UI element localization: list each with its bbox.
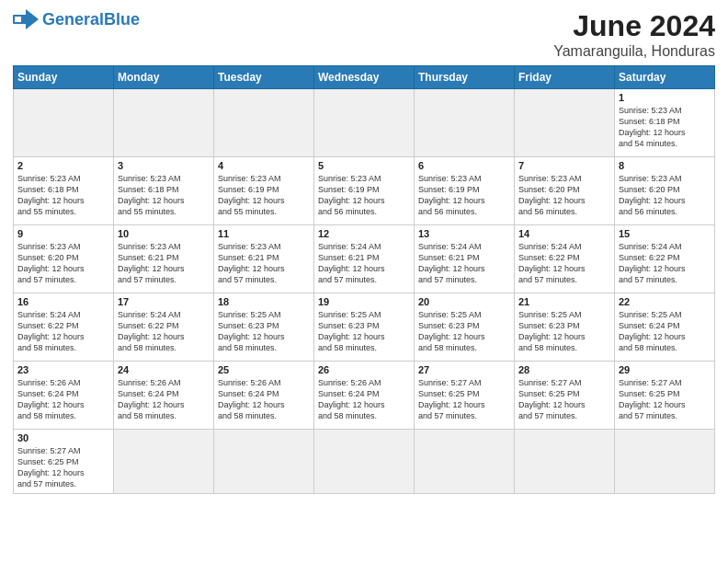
calendar-cell: 16Sunrise: 5:24 AM Sunset: 6:22 PM Dayli…: [14, 293, 114, 362]
calendar-cell: 29Sunrise: 5:27 AM Sunset: 6:25 PM Dayli…: [615, 362, 715, 430]
day-info: Sunrise: 5:25 AM Sunset: 6:23 PM Dayligh…: [318, 309, 410, 354]
day-info: Sunrise: 5:24 AM Sunset: 6:21 PM Dayligh…: [418, 241, 510, 286]
day-info: Sunrise: 5:23 AM Sunset: 6:20 PM Dayligh…: [619, 173, 711, 218]
day-info: Sunrise: 5:23 AM Sunset: 6:18 PM Dayligh…: [619, 105, 711, 150]
calendar-week-4: 23Sunrise: 5:26 AM Sunset: 6:24 PM Dayli…: [14, 362, 715, 430]
svg-marker-1: [26, 9, 39, 29]
day-info: Sunrise: 5:25 AM Sunset: 6:23 PM Dayligh…: [418, 309, 510, 354]
day-info: Sunrise: 5:24 AM Sunset: 6:22 PM Dayligh…: [619, 241, 711, 286]
calendar-cell: 13Sunrise: 5:24 AM Sunset: 6:21 PM Dayli…: [415, 225, 515, 293]
calendar-cell: [615, 430, 715, 494]
calendar-cell: 14Sunrise: 5:24 AM Sunset: 6:22 PM Dayli…: [515, 225, 615, 293]
calendar-cell: 21Sunrise: 5:25 AM Sunset: 6:23 PM Dayli…: [515, 293, 615, 362]
logo: GeneralBlue: [13, 9, 140, 29]
header: GeneralBlue June 2024 Yamaranguila, Hond…: [13, 9, 715, 60]
day-number: 26: [318, 364, 410, 375]
page-subtitle: Yamaranguila, Honduras: [553, 43, 715, 60]
calendar-cell: 12Sunrise: 5:24 AM Sunset: 6:21 PM Dayli…: [314, 225, 415, 293]
calendar-cell: 23Sunrise: 5:26 AM Sunset: 6:24 PM Dayli…: [14, 362, 114, 430]
calendar-cell: 20Sunrise: 5:25 AM Sunset: 6:23 PM Dayli…: [415, 293, 515, 362]
calendar-cell: [415, 89, 515, 157]
day-info: Sunrise: 5:26 AM Sunset: 6:24 PM Dayligh…: [118, 377, 210, 422]
day-number: 15: [619, 228, 711, 239]
day-header-friday: Friday: [515, 66, 615, 89]
calendar-cell: 6Sunrise: 5:23 AM Sunset: 6:19 PM Daylig…: [415, 157, 515, 225]
day-info: Sunrise: 5:23 AM Sunset: 6:19 PM Dayligh…: [418, 173, 510, 218]
day-info: Sunrise: 5:26 AM Sunset: 6:24 PM Dayligh…: [17, 377, 109, 422]
calendar-week-1: 2Sunrise: 5:23 AM Sunset: 6:18 PM Daylig…: [14, 157, 715, 225]
page: GeneralBlue June 2024 Yamaranguila, Hond…: [0, 0, 728, 503]
calendar-cell: [214, 89, 314, 157]
calendar-cell: 3Sunrise: 5:23 AM Sunset: 6:18 PM Daylig…: [114, 157, 214, 225]
calendar-table: SundayMondayTuesdayWednesdayThursdayFrid…: [13, 65, 715, 494]
day-info: Sunrise: 5:27 AM Sunset: 6:25 PM Dayligh…: [619, 377, 711, 422]
calendar-cell: 28Sunrise: 5:27 AM Sunset: 6:25 PM Dayli…: [515, 362, 615, 430]
calendar-cell: 30Sunrise: 5:27 AM Sunset: 6:25 PM Dayli…: [14, 430, 114, 494]
day-number: 14: [518, 228, 610, 239]
calendar-cell: 9Sunrise: 5:23 AM Sunset: 6:20 PM Daylig…: [14, 225, 114, 293]
day-number: 28: [518, 364, 610, 375]
logo-blue: Blue: [104, 10, 140, 29]
day-info: Sunrise: 5:25 AM Sunset: 6:23 PM Dayligh…: [218, 309, 310, 354]
calendar-cell: 26Sunrise: 5:26 AM Sunset: 6:24 PM Dayli…: [314, 362, 415, 430]
day-header-thursday: Thursday: [415, 66, 515, 89]
day-info: Sunrise: 5:25 AM Sunset: 6:23 PM Dayligh…: [518, 309, 610, 354]
day-info: Sunrise: 5:26 AM Sunset: 6:24 PM Dayligh…: [318, 377, 410, 422]
day-number: 17: [118, 296, 210, 307]
day-number: 3: [118, 160, 210, 171]
day-info: Sunrise: 5:27 AM Sunset: 6:25 PM Dayligh…: [17, 445, 109, 490]
calendar-cell: 19Sunrise: 5:25 AM Sunset: 6:23 PM Dayli…: [314, 293, 415, 362]
day-header-monday: Monday: [114, 66, 214, 89]
day-number: 29: [619, 364, 711, 375]
day-number: 1: [619, 92, 711, 103]
logo-text: GeneralBlue: [42, 10, 140, 29]
day-info: Sunrise: 5:25 AM Sunset: 6:24 PM Dayligh…: [619, 309, 711, 354]
calendar-cell: [515, 430, 615, 494]
day-info: Sunrise: 5:26 AM Sunset: 6:24 PM Dayligh…: [218, 377, 310, 422]
calendar-cell: [314, 89, 415, 157]
day-number: 27: [418, 364, 510, 375]
day-info: Sunrise: 5:24 AM Sunset: 6:21 PM Dayligh…: [318, 241, 410, 286]
calendar-cell: 8Sunrise: 5:23 AM Sunset: 6:20 PM Daylig…: [615, 157, 715, 225]
day-header-wednesday: Wednesday: [314, 66, 415, 89]
calendar-week-0: 1Sunrise: 5:23 AM Sunset: 6:18 PM Daylig…: [14, 89, 715, 157]
calendar-cell: 7Sunrise: 5:23 AM Sunset: 6:20 PM Daylig…: [515, 157, 615, 225]
day-header-tuesday: Tuesday: [214, 66, 314, 89]
day-number: 16: [17, 296, 109, 307]
calendar-cell: [314, 430, 415, 494]
calendar-cell: 5Sunrise: 5:23 AM Sunset: 6:19 PM Daylig…: [314, 157, 415, 225]
calendar-cell: 4Sunrise: 5:23 AM Sunset: 6:19 PM Daylig…: [214, 157, 314, 225]
calendar-cell: 11Sunrise: 5:23 AM Sunset: 6:21 PM Dayli…: [214, 225, 314, 293]
day-number: 11: [218, 228, 310, 239]
day-number: 30: [17, 432, 109, 443]
day-info: Sunrise: 5:23 AM Sunset: 6:19 PM Dayligh…: [218, 173, 310, 218]
calendar-cell: 24Sunrise: 5:26 AM Sunset: 6:24 PM Dayli…: [114, 362, 214, 430]
calendar-cell: 2Sunrise: 5:23 AM Sunset: 6:18 PM Daylig…: [14, 157, 114, 225]
day-info: Sunrise: 5:23 AM Sunset: 6:20 PM Dayligh…: [518, 173, 610, 218]
calendar-cell: [415, 430, 515, 494]
day-number: 13: [418, 228, 510, 239]
calendar-week-3: 16Sunrise: 5:24 AM Sunset: 6:22 PM Dayli…: [14, 293, 715, 362]
day-number: 10: [118, 228, 210, 239]
day-number: 8: [619, 160, 711, 171]
day-number: 5: [318, 160, 410, 171]
day-info: Sunrise: 5:27 AM Sunset: 6:25 PM Dayligh…: [418, 377, 510, 422]
day-number: 7: [518, 160, 610, 171]
page-title: June 2024: [553, 9, 715, 43]
day-number: 24: [118, 364, 210, 375]
day-info: Sunrise: 5:24 AM Sunset: 6:22 PM Dayligh…: [118, 309, 210, 354]
calendar-cell: 22Sunrise: 5:25 AM Sunset: 6:24 PM Dayli…: [615, 293, 715, 362]
calendar-cell: 15Sunrise: 5:24 AM Sunset: 6:22 PM Dayli…: [615, 225, 715, 293]
day-info: Sunrise: 5:23 AM Sunset: 6:18 PM Dayligh…: [118, 173, 210, 218]
logo-icon: [13, 9, 39, 29]
calendar-cell: [14, 89, 114, 157]
day-number: 12: [318, 228, 410, 239]
calendar-cell: 1Sunrise: 5:23 AM Sunset: 6:18 PM Daylig…: [615, 89, 715, 157]
day-info: Sunrise: 5:23 AM Sunset: 6:19 PM Dayligh…: [318, 173, 410, 218]
header-row: SundayMondayTuesdayWednesdayThursdayFrid…: [14, 66, 715, 89]
svg-rect-2: [15, 17, 21, 22]
calendar-cell: 27Sunrise: 5:27 AM Sunset: 6:25 PM Dayli…: [415, 362, 515, 430]
day-number: 23: [17, 364, 109, 375]
day-info: Sunrise: 5:24 AM Sunset: 6:22 PM Dayligh…: [17, 309, 109, 354]
day-header-sunday: Sunday: [14, 66, 114, 89]
